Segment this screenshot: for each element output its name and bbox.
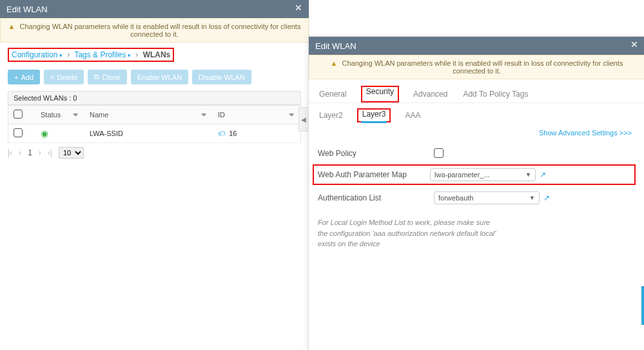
filter-icon[interactable]: ⏷ [288, 111, 295, 119]
delete-button[interactable]: ×Delete [44, 70, 84, 84]
left-alert-text: Changing WLAN parameters while it is ena… [20, 23, 301, 38]
col-id[interactable]: ID [218, 111, 225, 119]
web-policy-checkbox[interactable] [434, 148, 444, 158]
table-row[interactable]: ◉ LWA-SSID 🏷 16 [8, 124, 301, 143]
left-panel-header: Edit WLAN ✕ [0, 0, 309, 18]
tag-icon: 🏷 [218, 130, 225, 137]
clone-icon: ⧉ [94, 73, 99, 81]
auth-list-label: Authentication List [318, 193, 434, 202]
toolbar: +Add ×Delete ⧉Clone Enable WLAN Disable … [0, 67, 309, 91]
left-panel-title: Edit WLAN [6, 5, 48, 14]
breadcrumb-wlans: WLANs [143, 50, 171, 59]
enable-wlan-button[interactable]: Enable WLAN [131, 70, 188, 84]
filter-icon[interactable]: ⏷ [200, 111, 208, 119]
status-up-icon: ◉ [41, 128, 48, 139]
pager-last[interactable]: ›| [48, 148, 52, 157]
row-id: 16 [229, 130, 237, 137]
web-auth-map-value: lwa-parameter_... [434, 171, 490, 179]
warning-icon: ▲ [8, 23, 15, 30]
col-name[interactable]: Name [90, 111, 108, 119]
wlan-table: Status⏷ Name⏷ ID⏷ ◉ LWA-SSID 🏷 16 [8, 105, 301, 143]
web-auth-map-select[interactable]: lwa-parameter_... ▼ [430, 168, 536, 181]
show-advanced-link[interactable]: Show Advanced Settings >>> [309, 126, 644, 139]
tab-policy-tags[interactable]: Add To Policy Tags [462, 86, 529, 102]
breadcrumb-tags-profiles[interactable]: Tags & Profiles [74, 50, 126, 59]
right-panel-title: Edit WLAN [315, 41, 356, 51]
left-alert: ▲ Changing WLAN parameters while it is e… [0, 18, 309, 43]
subtabs: Layer2 Layer3 AAA [309, 103, 644, 126]
right-alert: ▲ Changing WLAN parameters while it is e… [309, 55, 644, 79]
pager-prev[interactable]: ‹ [19, 148, 21, 157]
add-button[interactable]: +Add [8, 70, 40, 84]
col-status[interactable]: Status [41, 111, 61, 119]
row-name: LWA-SSID [90, 130, 123, 137]
left-close-icon[interactable]: ✕ [295, 3, 302, 13]
clone-button[interactable]: ⧉Clone [88, 70, 127, 84]
tabs: General Security Advanced Add To Policy … [309, 79, 644, 103]
warning-icon: ▲ [331, 59, 338, 67]
select-all-checkbox[interactable] [14, 110, 23, 119]
tab-security[interactable]: Security [365, 83, 395, 100]
breadcrumb: Configuration ▾ › Tags & Profiles ▾ › WL… [0, 43, 309, 67]
caret-down-icon: ▼ [529, 195, 535, 201]
pager-current: 1 [28, 148, 32, 157]
external-link-icon[interactable]: ↗ [543, 193, 550, 202]
tab-advanced[interactable]: Advanced [412, 86, 449, 102]
selected-count: Selected WLANs : 0 [8, 91, 301, 105]
config-note: For Local Login Method List to work, ple… [309, 213, 559, 253]
pager-first[interactable]: |‹ [8, 148, 12, 157]
pager-next[interactable]: › [39, 148, 41, 157]
caret-down-icon: ▼ [525, 171, 531, 178]
subtab-layer2[interactable]: Layer2 [318, 108, 344, 122]
row-checkbox[interactable] [14, 128, 23, 137]
expand-chevron-icon[interactable]: ◀ [298, 107, 309, 131]
tab-general[interactable]: General [318, 86, 348, 102]
plus-icon: + [14, 73, 18, 81]
breadcrumb-configuration[interactable]: Configuration [12, 50, 57, 59]
scroll-indicator [641, 286, 644, 325]
chevron-right-icon: › [67, 50, 70, 59]
auth-list-value: forwebauth [438, 194, 473, 202]
page-size-select[interactable]: 10 [59, 147, 84, 159]
right-panel-header: Edit WLAN ✕ [309, 37, 644, 55]
pager: |‹ ‹ 1 › ›| 10 [8, 147, 301, 159]
right-alert-text: Changing WLAN parameters while it is ena… [342, 59, 623, 75]
chevron-right-icon: › [135, 50, 138, 59]
external-link-icon[interactable]: ↗ [540, 170, 546, 179]
right-close-icon[interactable]: ✕ [630, 39, 638, 50]
filter-icon[interactable]: ⏷ [72, 111, 79, 119]
web-policy-label: Web Policy [318, 149, 434, 158]
auth-list-select[interactable]: forwebauth ▼ [434, 191, 540, 204]
subtab-layer3[interactable]: Layer3 [361, 107, 387, 123]
x-icon: × [50, 73, 54, 81]
subtab-aaa[interactable]: AAA [404, 108, 422, 122]
web-auth-map-label: Web Auth Parameter Map [318, 170, 430, 179]
layer3-form: Web Policy Web Auth Parameter Map lwa-pa… [309, 139, 644, 213]
disable-wlan-button[interactable]: Disable WLAN [192, 70, 251, 84]
